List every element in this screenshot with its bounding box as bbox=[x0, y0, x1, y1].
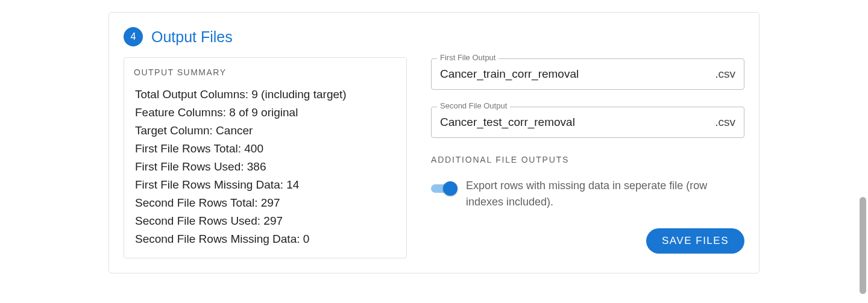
field-border: .csv bbox=[431, 58, 744, 90]
second-file-output-field: Second File Output .csv bbox=[431, 107, 744, 138]
second-file-label: Second File Output bbox=[437, 101, 510, 110]
first-file-label: First File Output bbox=[437, 53, 498, 62]
content-row: Output Summary Total Output Columns: 9 (… bbox=[124, 57, 744, 258]
export-missing-switch[interactable] bbox=[431, 181, 458, 196]
output-summary-box: Output Summary Total Output Columns: 9 (… bbox=[124, 57, 407, 258]
summary-lines: Total Output Columns: 9 (including targe… bbox=[134, 86, 397, 248]
card-header: 4 Output Files bbox=[124, 27, 744, 46]
save-files-button[interactable]: SAVE FILES bbox=[646, 228, 744, 254]
second-file-suffix: .csv bbox=[715, 116, 735, 129]
second-file-input[interactable] bbox=[440, 107, 710, 137]
summary-line: Second File Rows Used: 297 bbox=[135, 212, 397, 230]
summary-line: First File Rows Missing Data: 14 bbox=[135, 176, 397, 194]
additional-outputs-heading: Additional File Outputs bbox=[431, 155, 744, 164]
summary-line: Second File Rows Missing Data: 0 bbox=[135, 230, 397, 248]
summary-line: Second File Rows Total: 297 bbox=[135, 194, 397, 212]
summary-line: Target Column: Cancer bbox=[135, 122, 397, 140]
field-border: .csv bbox=[431, 107, 744, 138]
summary-line: First File Rows Total: 400 bbox=[135, 140, 397, 158]
summary-line: First File Rows Used: 386 bbox=[135, 158, 397, 176]
summary-heading: Output Summary bbox=[134, 67, 397, 77]
switch-thumb bbox=[443, 181, 458, 196]
output-files-card: 4 Output Files Output Summary Total Outp… bbox=[108, 12, 760, 273]
export-missing-toggle-row: Export rows with missing data in seperat… bbox=[431, 178, 744, 210]
scrollbar-thumb[interactable] bbox=[860, 197, 866, 286]
outputs-column: First File Output .csv Second File Outpu… bbox=[431, 57, 744, 258]
first-file-input[interactable] bbox=[440, 59, 710, 89]
card-title: Output Files bbox=[151, 28, 233, 46]
first-file-output-field: First File Output .csv bbox=[431, 58, 744, 90]
first-file-suffix: .csv bbox=[715, 67, 735, 81]
summary-line: Total Output Columns: 9 (including targe… bbox=[135, 86, 397, 104]
scrollbar-track[interactable] bbox=[857, 0, 868, 286]
export-missing-label: Export rows with missing data in seperat… bbox=[466, 178, 744, 210]
step-number-badge: 4 bbox=[124, 27, 143, 46]
button-row: SAVE FILES bbox=[431, 228, 744, 254]
summary-column: Output Summary Total Output Columns: 9 (… bbox=[124, 57, 407, 258]
summary-line: Feature Columns: 8 of 9 original bbox=[135, 104, 397, 122]
